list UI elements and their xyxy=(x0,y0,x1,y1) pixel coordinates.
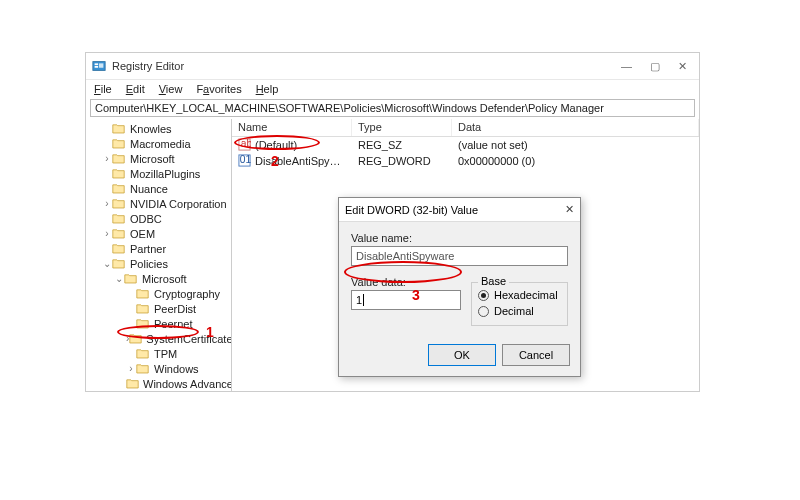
tree-node-microsoft[interactable]: ⌄Microsoft xyxy=(86,271,231,286)
edit-dword-dialog: Edit DWORD (32-bit) Value ✕ Value name: … xyxy=(338,197,581,377)
tree-node-oem[interactable]: ›OEM xyxy=(86,226,231,241)
minimize-button[interactable]: — xyxy=(621,60,632,73)
col-name[interactable]: Name xyxy=(232,119,352,136)
expand-icon[interactable]: › xyxy=(102,198,112,209)
app-icon xyxy=(92,59,106,73)
value-type: REG_DWORD xyxy=(352,155,452,167)
ok-button[interactable]: OK xyxy=(428,344,496,366)
folder-icon xyxy=(112,168,126,180)
value-data-field[interactable]: 1 xyxy=(351,290,461,310)
tree-node-peernet[interactable]: Peernet xyxy=(86,316,231,331)
tree-node-nuance[interactable]: Nuance xyxy=(86,181,231,196)
tree-node-knowles[interactable]: Knowles xyxy=(86,121,231,136)
tree-label: Microsoft xyxy=(129,153,176,165)
expand-icon[interactable]: › xyxy=(102,153,112,164)
value-icon: ab xyxy=(238,138,251,153)
value-data: 0x00000000 (0) xyxy=(452,155,699,167)
tree-label: SystemCertificates xyxy=(145,333,232,345)
value-name-label: Value name: xyxy=(351,232,568,244)
tree-panel[interactable]: KnowlesMacromedia›MicrosoftMozillaPlugin… xyxy=(86,119,232,391)
folder-icon xyxy=(136,318,150,330)
expand-icon[interactable]: ⌄ xyxy=(102,258,112,269)
tree-node-peerdist[interactable]: PeerDist xyxy=(86,301,231,316)
menu-edit[interactable]: Edit xyxy=(126,83,145,95)
folder-icon xyxy=(112,258,126,270)
value-icon: 011 xyxy=(238,154,251,169)
window-title: Registry Editor xyxy=(112,60,621,72)
dialog-close-button[interactable]: ✕ xyxy=(565,203,574,216)
tree-label: Windows xyxy=(153,363,200,375)
dialog-title: Edit DWORD (32-bit) Value xyxy=(345,204,478,216)
tree-label: NVIDIA Corporation xyxy=(129,198,228,210)
base-legend: Base xyxy=(478,275,509,287)
tree-node-nvidia-corporation[interactable]: ›NVIDIA Corporation xyxy=(86,196,231,211)
folder-icon xyxy=(112,198,126,210)
value-row[interactable]: 011DisableAntiSpy…REG_DWORD0x00000000 (0… xyxy=(232,153,699,169)
tree-node-windows[interactable]: ›Windows xyxy=(86,361,231,376)
tree-label: Nuance xyxy=(129,183,169,195)
address-bar[interactable]: Computer\HKEY_LOCAL_MACHINE\SOFTWARE\Pol… xyxy=(90,99,695,117)
folder-icon xyxy=(136,348,150,360)
value-data: (value not set) xyxy=(452,139,699,151)
value-row[interactable]: ab(Default)REG_SZ(value not set) xyxy=(232,137,699,153)
cancel-button[interactable]: Cancel xyxy=(502,344,570,366)
folder-icon xyxy=(136,303,150,315)
tree-node-macromedia[interactable]: Macromedia xyxy=(86,136,231,151)
tree-label: OEM xyxy=(129,228,156,240)
svg-text:011: 011 xyxy=(240,154,251,165)
tree-label: Knowles xyxy=(129,123,173,135)
tree-label: Policies xyxy=(129,258,169,270)
menu-help[interactable]: Help xyxy=(256,83,279,95)
titlebar: Registry Editor — ▢ ✕ xyxy=(86,53,699,79)
tree-node-systemcertificates[interactable]: ›SystemCertificates xyxy=(86,331,231,346)
tree-label: Partner xyxy=(129,243,167,255)
tree-node-mozillaplugins[interactable]: MozillaPlugins xyxy=(86,166,231,181)
menubar: File Edit View Favorites Help xyxy=(86,79,699,97)
menu-view[interactable]: View xyxy=(159,83,183,95)
value-data-label: Value data: xyxy=(351,276,461,288)
tree-label: PeerDist xyxy=(153,303,197,315)
tree-label: ODBC xyxy=(129,213,163,225)
value-name: DisableAntiSpy… xyxy=(255,155,341,167)
radio-decimal[interactable]: Decimal xyxy=(478,303,561,319)
tree-label: Cryptography xyxy=(153,288,221,300)
value-type: REG_SZ xyxy=(352,139,452,151)
folder-icon xyxy=(136,288,150,300)
folder-icon xyxy=(112,213,126,225)
expand-icon[interactable]: › xyxy=(102,228,112,239)
tree-node-policies[interactable]: ⌄Policies xyxy=(86,256,231,271)
maximize-button[interactable]: ▢ xyxy=(650,60,660,73)
tree-node-partner[interactable]: Partner xyxy=(86,241,231,256)
base-group: Base Hexadecimal Decimal xyxy=(471,282,568,326)
menu-favorites[interactable]: Favorites xyxy=(196,83,241,95)
folder-icon xyxy=(112,123,126,135)
folder-icon xyxy=(124,273,138,285)
tree-label: Windows Advanced Threat xyxy=(142,378,232,390)
radio-hexadecimal[interactable]: Hexadecimal xyxy=(478,287,561,303)
tree-label: Microsoft xyxy=(141,273,188,285)
value-name: (Default) xyxy=(255,139,297,151)
folder-icon xyxy=(112,228,126,240)
svg-rect-1 xyxy=(95,63,99,65)
value-name-field[interactable]: DisableAntiSpyware xyxy=(351,246,568,266)
tree-label: TPM xyxy=(153,348,178,360)
folder-icon xyxy=(112,138,126,150)
svg-text:ab: ab xyxy=(241,138,251,149)
expand-icon[interactable]: › xyxy=(126,363,136,374)
menu-file[interactable]: File xyxy=(94,83,112,95)
tree-node-windows-advanced-threat[interactable]: Windows Advanced Threat xyxy=(86,376,231,391)
tree-node-tpm[interactable]: TPM xyxy=(86,346,231,361)
expand-icon[interactable]: ⌄ xyxy=(114,273,124,284)
tree-label: Peernet xyxy=(153,318,194,330)
tree-node-odbc[interactable]: ODBC xyxy=(86,211,231,226)
tree-label: MozillaPlugins xyxy=(129,168,201,180)
svg-rect-3 xyxy=(99,63,103,67)
svg-rect-2 xyxy=(95,66,99,68)
tree-node-microsoft[interactable]: ›Microsoft xyxy=(86,151,231,166)
col-data[interactable]: Data xyxy=(452,119,699,136)
tree-label: Macromedia xyxy=(129,138,192,150)
col-type[interactable]: Type xyxy=(352,119,452,136)
folder-icon xyxy=(112,183,126,195)
close-button[interactable]: ✕ xyxy=(678,60,687,73)
tree-node-cryptography[interactable]: Cryptography xyxy=(86,286,231,301)
